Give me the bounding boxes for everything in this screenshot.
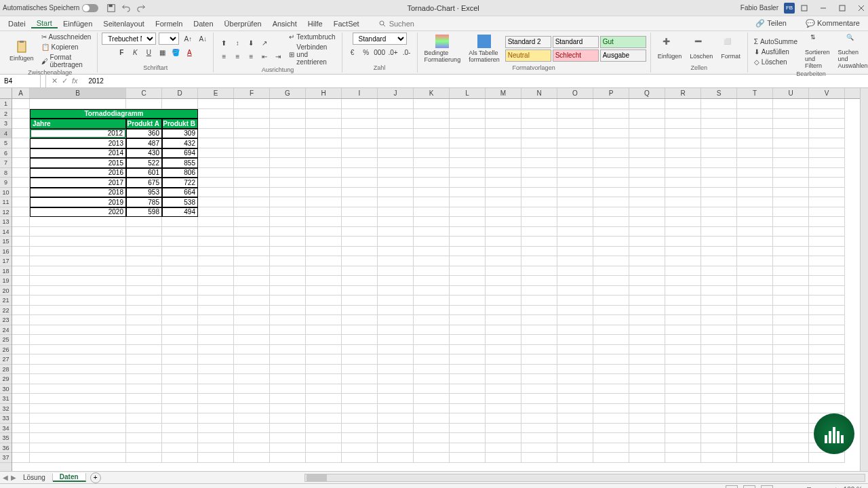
cell-C7[interactable]: 522 bbox=[126, 158, 162, 168]
cell-S26[interactable] bbox=[701, 345, 737, 355]
as-table-button[interactable]: Als Tabelle formatieren bbox=[466, 33, 502, 64]
cell-R29[interactable] bbox=[665, 374, 701, 384]
cell-M16[interactable] bbox=[486, 247, 521, 257]
cell-B27[interactable] bbox=[30, 354, 126, 365]
cell-I32[interactable] bbox=[342, 404, 378, 414]
cell-J31[interactable] bbox=[378, 394, 414, 404]
cell-Q11[interactable] bbox=[629, 197, 665, 207]
cell-C32[interactable] bbox=[126, 404, 162, 414]
cell-M34[interactable] bbox=[486, 424, 521, 434]
cell-C16[interactable] bbox=[126, 247, 162, 257]
indent-inc-button[interactable]: ⇥ bbox=[272, 50, 284, 62]
cell-T4[interactable] bbox=[737, 129, 773, 139]
cell-C5[interactable]: 487 bbox=[126, 138, 162, 148]
cell-S10[interactable] bbox=[701, 188, 737, 198]
cell-V7[interactable] bbox=[809, 158, 845, 168]
cell-P16[interactable] bbox=[593, 247, 629, 257]
cell-J17[interactable] bbox=[378, 256, 414, 266]
cell-N21[interactable] bbox=[521, 296, 557, 306]
cell-S34[interactable] bbox=[701, 424, 737, 434]
cell-G2[interactable] bbox=[270, 109, 306, 119]
cell-Q17[interactable] bbox=[629, 256, 665, 266]
cell-N20[interactable] bbox=[521, 286, 557, 296]
cell-I10[interactable] bbox=[342, 188, 378, 198]
cell-O5[interactable] bbox=[557, 138, 593, 148]
cell-J35[interactable] bbox=[378, 433, 414, 443]
merge-button[interactable]: ⊞ Verbinden und zentrieren bbox=[287, 43, 337, 66]
cell-A33[interactable] bbox=[12, 413, 30, 424]
cell-E37[interactable] bbox=[198, 453, 234, 463]
cell-I35[interactable] bbox=[342, 433, 378, 443]
cell-P32[interactable] bbox=[593, 404, 629, 414]
confirm-formula-icon[interactable]: ✓ bbox=[62, 77, 68, 85]
cell-F14[interactable] bbox=[234, 227, 270, 237]
cell-H14[interactable] bbox=[306, 227, 342, 237]
cell-U19[interactable] bbox=[773, 276, 809, 286]
cell-J16[interactable] bbox=[378, 247, 414, 257]
cell-T29[interactable] bbox=[737, 374, 773, 384]
cell-D16[interactable] bbox=[162, 247, 198, 257]
cell-B15[interactable] bbox=[30, 237, 126, 247]
cell-R28[interactable] bbox=[665, 365, 701, 375]
cell-T26[interactable] bbox=[737, 345, 773, 355]
cell-J34[interactable] bbox=[378, 424, 414, 434]
cell-F34[interactable] bbox=[234, 424, 270, 434]
cell-Q18[interactable] bbox=[629, 266, 665, 277]
cell-S31[interactable] bbox=[701, 394, 737, 404]
cell-U18[interactable] bbox=[773, 266, 809, 277]
cell-S29[interactable] bbox=[701, 374, 737, 384]
cell-B5[interactable]: 2013 bbox=[30, 138, 126, 148]
cell-O25[interactable] bbox=[557, 335, 593, 345]
cell-H2[interactable] bbox=[306, 109, 342, 119]
cell-E2[interactable] bbox=[198, 109, 234, 119]
cell-I36[interactable] bbox=[342, 443, 378, 453]
cell-C17[interactable] bbox=[126, 256, 162, 266]
cell-J25[interactable] bbox=[378, 335, 414, 345]
cell-B32[interactable] bbox=[30, 404, 126, 414]
cell-N9[interactable] bbox=[521, 178, 557, 188]
cell-H1[interactable] bbox=[306, 99, 342, 109]
cell-U29[interactable] bbox=[773, 374, 809, 384]
cell-L18[interactable] bbox=[450, 266, 486, 277]
cell-C15[interactable] bbox=[126, 237, 162, 247]
cell-A21[interactable] bbox=[12, 296, 30, 306]
cell-K34[interactable] bbox=[414, 424, 450, 434]
col-header-H[interactable]: H bbox=[306, 88, 342, 98]
cell-E29[interactable] bbox=[198, 374, 234, 384]
align-top-button[interactable]: ⬆ bbox=[218, 37, 230, 49]
cell-E13[interactable] bbox=[198, 217, 234, 227]
cell-T13[interactable] bbox=[737, 217, 773, 227]
cell-T28[interactable] bbox=[737, 365, 773, 375]
cell-B8[interactable]: 2016 bbox=[30, 168, 126, 178]
cell-D7[interactable]: 855 bbox=[162, 158, 198, 168]
cell-Q25[interactable] bbox=[629, 335, 665, 345]
cell-S21[interactable] bbox=[701, 296, 737, 306]
cell-U23[interactable] bbox=[773, 315, 809, 325]
cell-P14[interactable] bbox=[593, 227, 629, 237]
align-middle-button[interactable]: ↕ bbox=[231, 37, 243, 49]
cell-Q8[interactable] bbox=[629, 168, 665, 178]
cell-D14[interactable] bbox=[162, 227, 198, 237]
cell-G25[interactable] bbox=[270, 335, 306, 345]
cell-N27[interactable] bbox=[521, 354, 557, 365]
cell-N23[interactable] bbox=[521, 315, 557, 325]
cell-L30[interactable] bbox=[450, 384, 486, 394]
cell-D15[interactable] bbox=[162, 237, 198, 247]
row-header-12[interactable]: 12 bbox=[0, 207, 12, 218]
cell-I26[interactable] bbox=[342, 345, 378, 355]
cell-V29[interactable] bbox=[809, 374, 845, 384]
cell-D3[interactable]: Produkt B bbox=[162, 119, 198, 129]
cell-E33[interactable] bbox=[198, 413, 234, 424]
cell-I28[interactable] bbox=[342, 365, 378, 375]
cell-I9[interactable] bbox=[342, 178, 378, 188]
cell-I22[interactable] bbox=[342, 306, 378, 316]
cell-F25[interactable] bbox=[234, 335, 270, 345]
menu-datei[interactable]: Datei bbox=[3, 20, 31, 28]
cell-L3[interactable] bbox=[450, 119, 486, 129]
cell-K22[interactable] bbox=[414, 306, 450, 316]
cell-T23[interactable] bbox=[737, 315, 773, 325]
cell-P17[interactable] bbox=[593, 256, 629, 266]
cell-S33[interactable] bbox=[701, 413, 737, 424]
cell-O1[interactable] bbox=[557, 99, 593, 109]
cell-P22[interactable] bbox=[593, 306, 629, 316]
